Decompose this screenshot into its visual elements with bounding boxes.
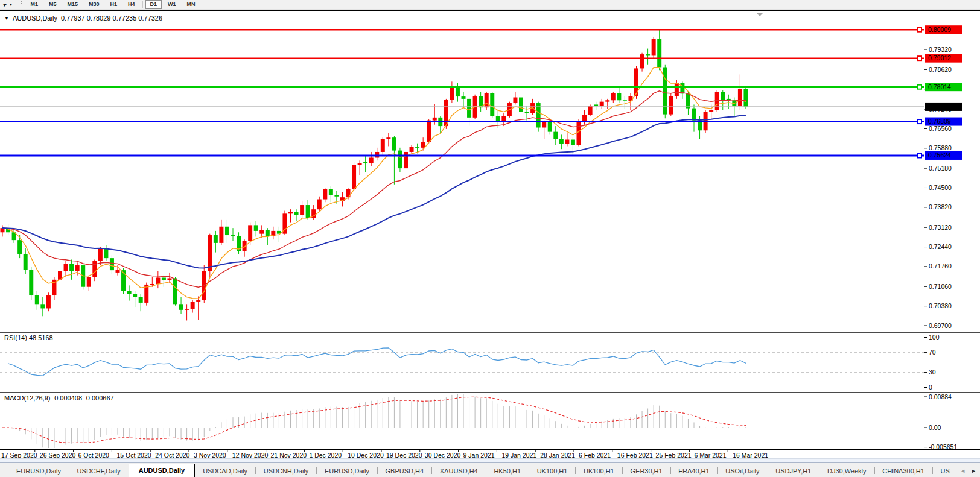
tab-dj30-weekly[interactable]: DJ30,Weekly — [819, 466, 874, 477]
toolbar-separator — [203, 1, 203, 8]
tab-uk100-h1[interactable]: UK100,H1 — [576, 466, 622, 477]
rsi-indicator-label: RSI(14) 48.5168 — [4, 334, 53, 341]
time-axis: 17 Sep 202026 Sep 20206 Oct 202015 Oct 2… — [0, 449, 980, 459]
candles-group[interactable] — [1, 30, 748, 320]
timeframe-h4-button[interactable]: H4 — [123, 0, 140, 9]
svg-text:70: 70 — [929, 349, 936, 356]
chart-pointer-dropdown[interactable]: ➤ ▼ — [0, 1, 15, 9]
tab-eurusd-daily[interactable]: EURUSD,Daily — [8, 466, 69, 477]
timeframe-w1-button[interactable]: W1 — [163, 0, 181, 9]
svg-text:0.00884: 0.00884 — [929, 393, 952, 400]
tab-scroll-right-icon[interactable]: ► — [971, 468, 976, 474]
svg-text:6 Mar 2021: 6 Mar 2021 — [694, 452, 726, 459]
svg-text:17 Sep 2020: 17 Sep 2020 — [1, 452, 37, 459]
chart-shift-marker-icon[interactable] — [756, 13, 763, 16]
svg-text:0.76809: 0.76809 — [928, 118, 951, 125]
macd-indicator-label: MACD(12,26,9) -0.000408 -0.000667 — [4, 394, 114, 402]
svg-text:25 Feb 2021: 25 Feb 2021 — [656, 452, 692, 459]
ma-slow-line — [2, 115, 746, 268]
svg-text:10 Dec 2020: 10 Dec 2020 — [348, 452, 384, 459]
tab-usdcnh-daily[interactable]: USDCNH,Daily — [256, 466, 317, 477]
svg-text:0.71760: 0.71760 — [929, 262, 952, 270]
svg-text:19 Dec 2020: 19 Dec 2020 — [386, 452, 422, 459]
timeframe-m15-button[interactable]: M15 — [63, 0, 83, 9]
svg-text:0.72440: 0.72440 — [929, 243, 952, 250]
tab-uk100-h1[interactable]: UK100,H1 — [529, 466, 576, 477]
tab-scroll-left-icon[interactable]: ◄ — [960, 468, 966, 474]
tab-scroll-arrows: ◄ ► — [960, 468, 976, 474]
chevron-down-icon: ▼ — [9, 2, 13, 7]
svg-text:30: 30 — [929, 368, 936, 376]
macd-pane[interactable]: 0.008840.00-0.005651 — [2, 393, 957, 451]
svg-text:0.80009: 0.80009 — [928, 26, 951, 33]
svg-text:6 Feb 2021: 6 Feb 2021 — [579, 452, 611, 459]
timeframe-m5-button[interactable]: M5 — [44, 0, 62, 9]
svg-text:0: 0 — [929, 384, 932, 391]
svg-text:0.75624: 0.75624 — [928, 151, 951, 159]
price-axis: 0.793200.786200.779400.772400.765600.758… — [924, 11, 952, 449]
top-toolbar: ➤ ▼ M1M5M15M30H1H4D1W1MN — [0, 0, 980, 10]
chart-canvas[interactable]: 0.793200.786200.779400.772400.765600.758… — [0, 11, 980, 459]
chart-pointer-icon: ➤ — [2, 1, 8, 8]
svg-text:15 Oct 2020: 15 Oct 2020 — [116, 452, 151, 459]
tab-uso[interactable]: USO — [933, 466, 950, 477]
svg-text:0.79320: 0.79320 — [929, 46, 952, 53]
tab-eurusd-daily[interactable]: EURUSD,Daily — [317, 466, 377, 477]
toolbar-separator — [142, 1, 143, 8]
tab-gbpusd-h4[interactable]: GBPUSD,H4 — [378, 466, 432, 477]
svg-text:100: 100 — [929, 333, 940, 341]
tab-china300-h1[interactable]: CHINA300,H1 — [874, 466, 932, 477]
svg-text:0.73820: 0.73820 — [929, 203, 952, 210]
svg-text:0.78620: 0.78620 — [929, 66, 952, 73]
timeframe-h1-button[interactable]: H1 — [106, 0, 122, 9]
tab-usdcad-daily[interactable]: USDCAD,Daily — [195, 466, 255, 477]
svg-text:12 Nov 2020: 12 Nov 2020 — [232, 452, 269, 459]
chart-window: 0.793200.786200.779400.772400.765600.758… — [0, 10, 980, 458]
svg-text:0.76560: 0.76560 — [929, 125, 952, 132]
timeframe-mn-button[interactable]: MN — [182, 0, 200, 9]
tab-hk50-h1[interactable]: HK50,H1 — [486, 466, 529, 477]
svg-text:0.00: 0.00 — [929, 424, 941, 431]
svg-text:0.71060: 0.71060 — [929, 283, 952, 290]
tab-ger30-h1[interactable]: GER30,H1 — [622, 466, 670, 477]
chart-title: ▼ AUDUSD,Daily 0.77937 0.78029 0.77235 0… — [4, 14, 162, 22]
tab-usdjpy-h1[interactable]: USDJPY,H1 — [768, 466, 819, 477]
svg-text:16 Feb 2021: 16 Feb 2021 — [617, 452, 653, 459]
rsi-pane[interactable]: 10070300 — [0, 333, 940, 391]
svg-text:0.75880: 0.75880 — [929, 144, 952, 151]
svg-text:0.69700: 0.69700 — [929, 322, 952, 329]
horizontal-lines[interactable]: 0.800090.790120.780140.773260.768090.756… — [0, 25, 962, 160]
svg-text:0.77326: 0.77326 — [928, 103, 951, 110]
symbol-collapse-caret-icon[interactable]: ▼ — [4, 16, 9, 21]
pane-separators[interactable] — [0, 330, 980, 393]
svg-text:16 Mar 2021: 16 Mar 2021 — [733, 452, 768, 459]
svg-text:6 Oct 2020: 6 Oct 2020 — [78, 452, 110, 459]
svg-text:0.79012: 0.79012 — [928, 54, 951, 62]
tab-usdchf-daily[interactable]: USDCHF,Daily — [69, 466, 129, 477]
timeframe-d1-button[interactable]: D1 — [145, 0, 162, 9]
timeframe-m1-button[interactable]: M1 — [25, 0, 43, 9]
tab-xauusd-h4[interactable]: XAUUSD,H4 — [432, 466, 486, 477]
svg-text:21 Nov 2020: 21 Nov 2020 — [271, 452, 307, 459]
tab-usoil-daily[interactable]: USOil,Daily — [718, 466, 767, 477]
svg-text:0.78014: 0.78014 — [928, 83, 951, 90]
svg-text:0.70380: 0.70380 — [929, 302, 952, 309]
tab-fra40-h1[interactable]: FRA40,H1 — [670, 466, 717, 477]
chart-tab-bar: EURUSD,DailyUSDCHF,DailyAUDUSD,DailyUSDC… — [0, 462, 980, 477]
toolbar-grip[interactable] — [21, 1, 22, 8]
tab-audusd-daily[interactable]: AUDUSD,Daily — [129, 464, 195, 477]
svg-text:0.73120: 0.73120 — [929, 224, 952, 231]
svg-text:0.75180: 0.75180 — [929, 165, 952, 172]
svg-text:28 Jan 2021: 28 Jan 2021 — [540, 452, 575, 459]
svg-text:0.74500: 0.74500 — [929, 184, 952, 191]
chart-symbol-label: AUDUSD,Daily — [13, 14, 57, 22]
svg-text:26 Sep 2020: 26 Sep 2020 — [40, 452, 76, 459]
timeframe-m30-button[interactable]: M30 — [84, 0, 104, 9]
svg-text:1 Dec 2020: 1 Dec 2020 — [309, 452, 342, 459]
svg-text:9 Jan 2021: 9 Jan 2021 — [463, 452, 495, 459]
svg-text:3 Nov 2020: 3 Nov 2020 — [194, 452, 226, 459]
chart-ohlc-values: 0.77937 0.78029 0.77235 0.77326 — [61, 14, 162, 22]
svg-text:19 Jan 2021: 19 Jan 2021 — [501, 452, 536, 459]
ma-medium-line — [2, 91, 746, 288]
toolbar-separator — [17, 1, 18, 8]
